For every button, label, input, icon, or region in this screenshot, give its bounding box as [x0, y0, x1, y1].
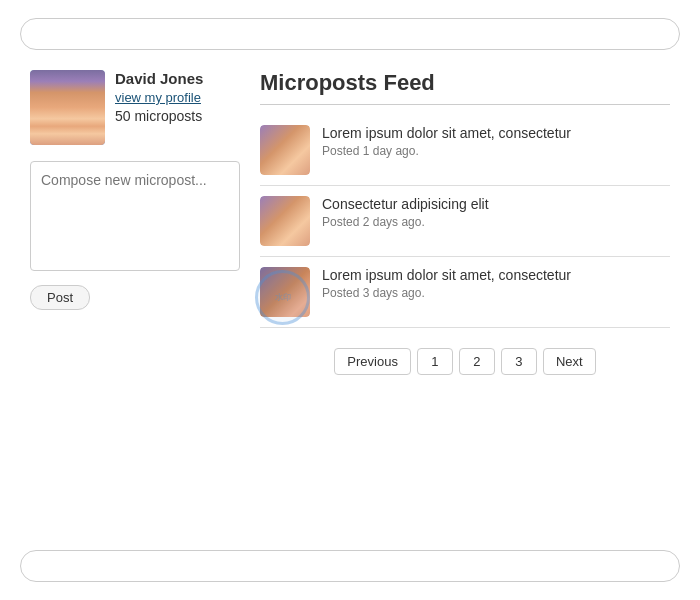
top-bar — [0, 0, 700, 60]
feed-time-3: Posted 3 days ago. — [322, 286, 670, 300]
bottom-search-input[interactable] — [20, 550, 680, 582]
view-profile-link[interactable]: view my profile — [115, 90, 203, 105]
feed-title: Microposts Feed — [260, 70, 670, 105]
feed-avatar-img-3 — [260, 267, 310, 317]
user-info: David Jones view my profile 50 micropost… — [30, 70, 240, 145]
avatar — [30, 70, 105, 145]
compose-textarea[interactable] — [30, 161, 240, 271]
feed-text-2: Consectetur adipisicing elit Posted 2 da… — [322, 196, 670, 229]
feed-avatar-2 — [260, 196, 310, 246]
page-3-button[interactable]: 3 — [501, 348, 537, 375]
feed-text-1: Lorem ipsum dolor sit amet, consectetur … — [322, 125, 670, 158]
feed-message-1: Lorem ipsum dolor sit amet, consectetur — [322, 125, 670, 141]
previous-button[interactable]: Previous — [334, 348, 411, 375]
page-1-button[interactable]: 1 — [417, 348, 453, 375]
user-name: David Jones — [115, 70, 203, 87]
feed-message-3: Lorem ipsum dolor sit amet, consectetur — [322, 267, 670, 283]
feed-message-2: Consectetur adipisicing elit — [322, 196, 670, 212]
feed-time-1: Posted 1 day ago. — [322, 144, 670, 158]
page-wrapper: David Jones view my profile 50 micropost… — [0, 0, 700, 600]
feed-avatar-img-1 — [260, 125, 310, 175]
feed-avatar-1 — [260, 125, 310, 175]
feed-item-2: Consectetur adipisicing elit Posted 2 da… — [260, 186, 670, 257]
next-button[interactable]: Next — [543, 348, 596, 375]
post-button[interactable]: Post — [30, 285, 90, 310]
feed-item-1: Lorem ipsum dolor sit amet, consectetur … — [260, 115, 670, 186]
page-2-button[interactable]: 2 — [459, 348, 495, 375]
pagination: Previous 1 2 3 Next — [260, 348, 670, 375]
bottom-bar — [0, 540, 700, 600]
feed-time-2: Posted 2 days ago. — [322, 215, 670, 229]
feed-text-3: Lorem ipsum dolor sit amet, consectetur … — [322, 267, 670, 300]
main-content: David Jones view my profile 50 micropost… — [0, 60, 700, 385]
top-search-input[interactable] — [20, 18, 680, 50]
user-details: David Jones view my profile 50 micropost… — [115, 70, 203, 124]
feed-avatar-3 — [260, 267, 310, 317]
microposts-count: 50 microposts — [115, 108, 203, 124]
feed-avatar-img-2 — [260, 196, 310, 246]
feed-item-3: Lorem ipsum dolor sit amet, consectetur … — [260, 257, 670, 328]
feed-section: Microposts Feed Lorem ipsum dolor sit am… — [260, 70, 670, 375]
avatar-image — [30, 70, 105, 145]
sidebar: David Jones view my profile 50 micropost… — [30, 70, 240, 375]
